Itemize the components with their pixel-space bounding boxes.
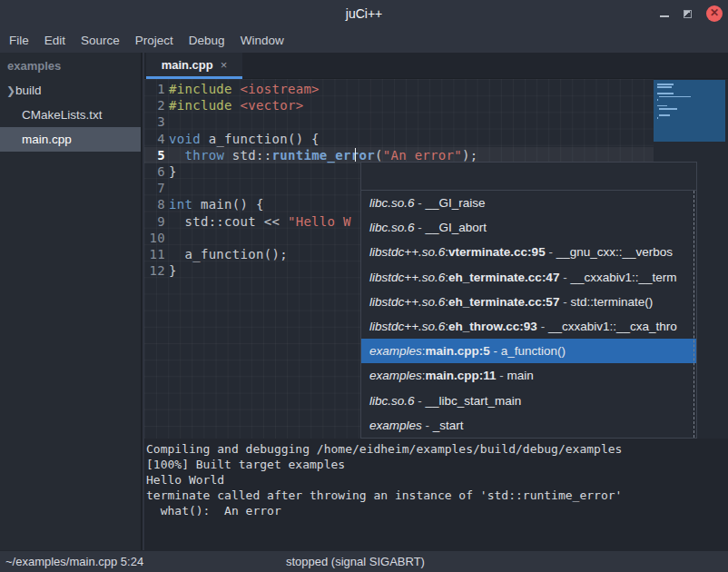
frame-location: eh_throw.cc:93 (448, 320, 537, 333)
status-debug-state: stopped (signal SIGABRT) (286, 555, 425, 568)
frame-location: main.cpp:11 (426, 369, 497, 382)
code-token: a_function() { (201, 132, 320, 146)
frame-text: __GI_abort (426, 221, 487, 234)
code-token: "Hello W (288, 214, 351, 229)
frame-text: - (490, 344, 501, 358)
frame-text: std::terminate() (570, 295, 653, 309)
menu-window[interactable]: Window (241, 34, 284, 47)
code-text: std::cout << "Hello W (169, 213, 351, 230)
code-token: } (169, 263, 177, 278)
file-label: CMakeLists.txt (0, 108, 103, 122)
code-token: std:: (224, 148, 271, 163)
menu-source[interactable]: Source (81, 34, 120, 47)
title-bar[interactable]: juCi++ ✕ (0, 0, 728, 27)
frame-text: - (546, 245, 556, 259)
frame-library: libc.so.6 (369, 394, 415, 408)
minimap-line (659, 108, 677, 110)
terminal-line: what(): An error (146, 503, 728, 518)
code-token: a_function(); (169, 247, 288, 261)
terminal-line: [100%] Built target examples (146, 457, 728, 472)
code-text: #include <vector> (169, 97, 303, 113)
chevron-right-icon[interactable]: ❯ (0, 84, 15, 97)
frame-text: - (422, 419, 433, 432)
minimap-line (657, 93, 674, 94)
minimap-line (657, 105, 667, 107)
frame-library: libc.so.6 (369, 221, 415, 234)
code-line[interactable]: 2#include <vector> (144, 97, 654, 113)
code-text: #include <iostream> (169, 81, 320, 97)
frame-text: main (507, 369, 534, 382)
code-text: a_function(); (169, 246, 288, 262)
code-token (169, 148, 184, 163)
backtrace-frame[interactable]: libstdc++.so.6:eh_terminate.cc:47 - __cx… (361, 265, 696, 290)
app-window: juCi++ ✕ FileEditSourceProjectDebugWindo… (0, 0, 728, 572)
backtrace-frame[interactable]: libc.so.6 - __libc_start_main (361, 389, 696, 413)
backtrace-frame[interactable]: examples - _start (361, 413, 696, 438)
status-file-location: ~/examples/main.cpp 5:24 (5, 555, 143, 568)
code-line[interactable]: 3 (144, 113, 654, 130)
minimap-line (657, 99, 658, 101)
backtrace-frame[interactable]: examples:main.cpp:11 - main (361, 363, 696, 388)
status-bar: ~/examples/main.cpp 5:24 stopped (signal… (0, 550, 728, 572)
frame-library: examples (369, 419, 422, 432)
line-number: 6 (144, 163, 169, 180)
code-token: "An error" (383, 148, 462, 163)
restore-icon[interactable] (684, 10, 692, 18)
backtrace-frame[interactable]: libstdc++.so.6:vterminate.cc:95 - __gnu_… (361, 240, 696, 264)
backtrace-frame[interactable]: libstdc++.so.6:eh_throw.cc:93 - __cxxabi… (361, 314, 696, 339)
frame-library: libstdc++.so.6 (369, 320, 445, 333)
backtrace-frame[interactable]: libc.so.6 - __GI_raise (361, 191, 696, 215)
menu-project[interactable]: Project (135, 34, 173, 47)
menu-file[interactable]: File (9, 34, 29, 47)
sidebar-item-cmakelists-txt[interactable]: CMakeLists.txt (0, 103, 141, 127)
project-name: examples (0, 53, 141, 78)
frame-text: - (415, 196, 426, 210)
code-token: <vector> (241, 98, 304, 113)
backtrace-frame[interactable]: examples:main.cpp:5 - a_function() (361, 339, 696, 363)
frame-text: __gnu_cxx::__verbos (556, 245, 673, 259)
frame-library: libc.so.6 (369, 196, 415, 210)
terminal-output[interactable]: Compiling and debugging /home/eidheim/ex… (144, 439, 728, 550)
code-token: runtime_error (272, 148, 375, 163)
terminal-line: Hello World (146, 472, 728, 488)
code-line[interactable]: 4void a_function() { (144, 131, 654, 147)
line-number: 3 (144, 113, 169, 130)
menu-edit[interactable]: Edit (44, 34, 65, 47)
sidebar-item-main-cpp[interactable]: main.cpp (0, 127, 141, 152)
frame-text: _start (433, 419, 464, 432)
frame-location: main.cpp:5 (426, 344, 490, 358)
backtrace-frame[interactable]: libc.so.6 - __GI_abort (361, 215, 696, 240)
code-token: ); (462, 148, 477, 163)
line-number: 8 (144, 196, 169, 212)
line-number: 7 (144, 180, 169, 196)
tab-bar: main.cpp × (144, 53, 728, 79)
code-token: throw (184, 148, 224, 163)
frame-text: - (415, 394, 426, 408)
backtrace-popup-header (361, 163, 696, 191)
minimap-slider[interactable] (654, 80, 725, 142)
line-number: 5 (144, 147, 169, 163)
minimize-icon[interactable] (660, 15, 669, 17)
frame-text: - (559, 271, 570, 284)
code-text: } (169, 262, 177, 279)
close-icon[interactable]: ✕ (706, 5, 723, 22)
frame-location: eh_terminate.cc:47 (448, 271, 559, 284)
frame-text: - (415, 221, 426, 234)
menu-debug[interactable]: Debug (189, 34, 225, 47)
text-cursor (355, 148, 357, 162)
backtrace-popup: libc.so.6 - __GI_raiselibc.so.6 - __GI_a… (360, 162, 697, 439)
code-token: int (169, 197, 192, 212)
popup-scroll-edge[interactable] (694, 191, 694, 438)
code-text: void a_function() { (169, 131, 320, 147)
code-line[interactable]: 1#include <iostream> (144, 81, 654, 97)
backtrace-list: libc.so.6 - __GI_raiselibc.so.6 - __GI_a… (361, 191, 696, 438)
sidebar-item-build[interactable]: ❯build (0, 78, 141, 103)
menu-bar: FileEditSourceProjectDebugWindow (0, 27, 728, 53)
tab-main-cpp[interactable]: main.cpp × (146, 53, 242, 79)
frame-text: - (497, 369, 507, 382)
frame-library: examples (369, 344, 422, 358)
frame-text: __GI_raise (426, 196, 486, 210)
backtrace-frame[interactable]: libstdc++.so.6:eh_terminate.cc:57 - std:… (361, 290, 696, 314)
tab-close-icon[interactable]: × (221, 58, 228, 72)
frame-library: libstdc++.so.6 (369, 245, 445, 259)
